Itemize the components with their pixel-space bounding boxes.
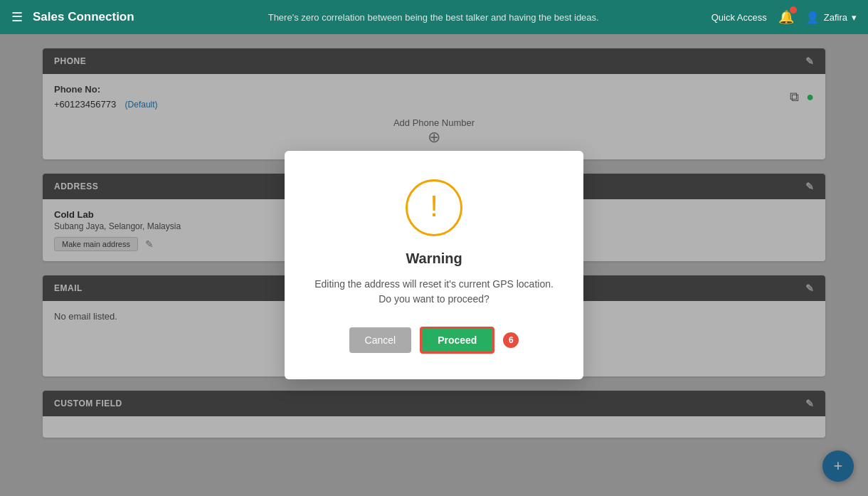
tagline: There's zero correlation between being t… [156,12,711,23]
chevron-down-icon: ▾ [852,12,857,23]
notification-bell[interactable]: 🔔 [778,9,794,25]
modal-overlay: ! Warning Editing the address will reset… [0,34,868,496]
menu-icon[interactable]: ☰ [11,9,23,25]
user-name: Zafira [824,12,847,23]
warning-icon-circle: ! [406,179,462,236]
modal-message: Editing the address will reset it's curr… [310,277,558,307]
brand-name: Sales Connection [33,10,134,24]
main-content: PHONE ✎ Phone No: +60123456773 (Default)… [0,34,868,496]
modal-buttons: Cancel Proceed 6 [310,327,558,354]
cancel-button[interactable]: Cancel [349,327,412,353]
user-menu[interactable]: 👤 Zafira ▾ [805,11,857,24]
quick-access-link[interactable]: Quick Access [711,12,767,23]
proceed-badge: 6 [503,332,519,348]
bell-badge [790,6,797,14]
navbar-right: Quick Access 🔔 👤 Zafira ▾ [711,9,857,25]
navbar: ☰ Sales Connection There's zero correlat… [0,0,868,34]
exclamation-icon: ! [430,191,438,221]
warning-modal: ! Warning Editing the address will reset… [285,151,583,379]
user-avatar-icon: 👤 [805,11,820,24]
modal-title: Warning [310,250,558,267]
proceed-button[interactable]: Proceed [420,327,494,354]
